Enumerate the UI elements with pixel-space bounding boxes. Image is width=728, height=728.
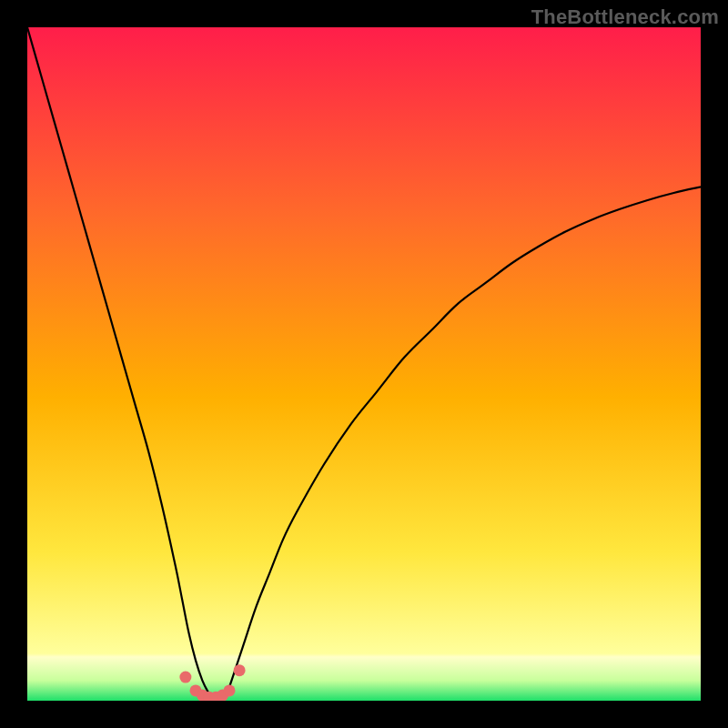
chart-container: TheBottleneck.com	[0, 0, 728, 728]
optimum-markers	[179, 664, 245, 701]
optimum-marker	[234, 664, 246, 676]
curve-right-branch	[229, 187, 701, 687]
chart-svg	[27, 27, 701, 701]
watermark-text: TheBottleneck.com	[531, 5, 719, 29]
curve-left-branch	[27, 27, 209, 694]
optimum-marker	[179, 672, 191, 683]
plot-area	[27, 27, 701, 701]
optimum-marker	[224, 684, 236, 696]
